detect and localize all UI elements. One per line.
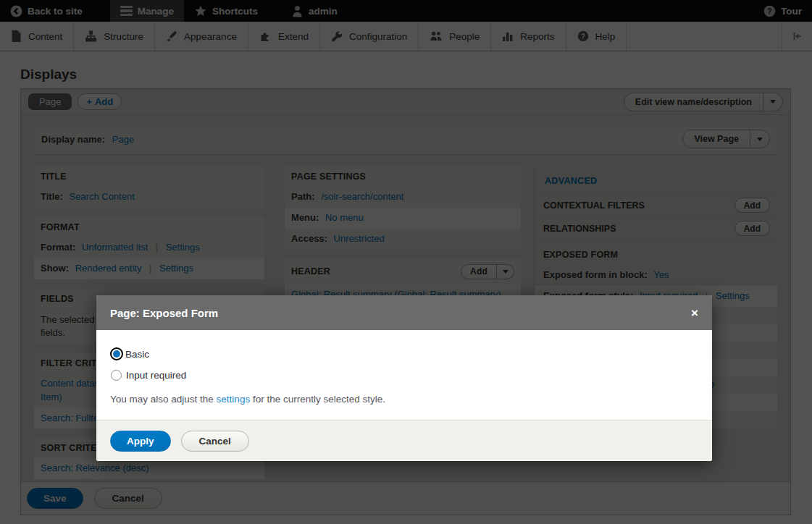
note-text: for the currently selected style. (250, 394, 385, 405)
radio-checked-icon[interactable] (110, 347, 123, 360)
exposed-form-dialog: Page: Exposed Form × Basic Input require… (96, 295, 712, 461)
dialog-buttons: Apply Cancel (96, 420, 712, 461)
radio-option-basic[interactable]: Basic (110, 347, 698, 360)
dialog-note: You may also adjust the settings for the… (110, 394, 698, 405)
note-text: You may also adjust the (110, 394, 217, 405)
radio-dot (113, 350, 120, 358)
apply-button[interactable]: Apply (110, 431, 171, 452)
close-icon[interactable]: × (691, 307, 698, 319)
dialog-title: Page: Exposed Form (110, 307, 218, 319)
dialog-body: Basic Input required You may also adjust… (96, 330, 712, 420)
dialog-cancel-button[interactable]: Cancel (181, 431, 249, 452)
radio-unchecked-icon[interactable] (111, 370, 122, 381)
settings-link[interactable]: settings (217, 394, 251, 405)
dialog-header: Page: Exposed Form × (96, 295, 712, 330)
radio-input-required-label[interactable]: Input required (126, 370, 186, 381)
radio-option-input-required[interactable]: Input required (110, 368, 698, 381)
radio-basic-label[interactable]: Basic (125, 349, 149, 360)
